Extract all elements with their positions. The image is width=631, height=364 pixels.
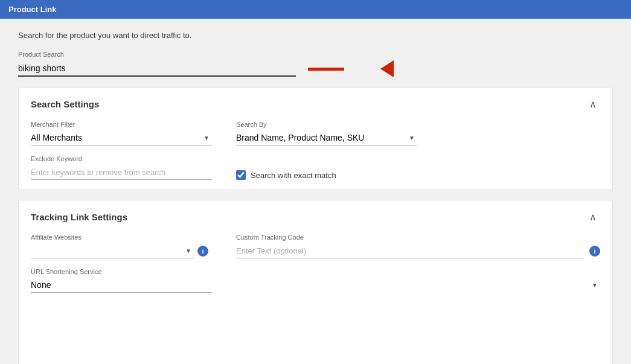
window: Product Link Search for the product you … xyxy=(0,0,631,364)
product-search-section: Product Search xyxy=(18,51,613,77)
product-search-input[interactable] xyxy=(18,61,296,77)
tracking-link-settings-card: Tracking Link Settings ∧ Affiliate Websi… xyxy=(18,200,613,364)
title-bar-label: Product Link xyxy=(8,5,56,14)
exact-match-row: Search with exact match xyxy=(236,170,417,180)
custom-tracking-input-row: i xyxy=(236,243,600,258)
affiliate-customcode-row: Affiliate Websites ▼ i xyxy=(31,234,600,258)
tracking-settings-body: Affiliate Websites ▼ i xyxy=(31,234,600,364)
search-by-group: Search By Brand Name, Product Name, SKU … xyxy=(236,121,417,145)
product-search-label: Product Search xyxy=(18,51,613,58)
arrow-shaft xyxy=(308,68,344,71)
search-settings-title: Search Settings xyxy=(31,99,99,109)
content-area: Search for the product you want to direc… xyxy=(0,19,631,364)
custom-tracking-label: Custom Tracking Code xyxy=(236,234,600,241)
exclude-keyword-group: Exclude Keyword xyxy=(31,155,212,180)
exclude-keyword-label: Exclude Keyword xyxy=(31,155,212,162)
exact-match-label[interactable]: Search with exact match xyxy=(251,171,336,180)
custom-tracking-input[interactable] xyxy=(236,243,585,258)
exact-match-checkbox[interactable] xyxy=(236,170,246,180)
exclude-exactmatch-row: Exclude Keyword Search with exact match xyxy=(31,155,600,180)
exclude-keyword-input[interactable] xyxy=(31,165,212,180)
intro-text: Search for the product you want to direc… xyxy=(18,31,613,40)
affiliate-websites-label: Affiliate Websites xyxy=(31,234,212,241)
search-settings-header: Search Settings ∧ xyxy=(31,97,600,111)
tracking-settings-collapse-button[interactable]: ∧ xyxy=(586,210,600,224)
custom-tracking-info-icon[interactable]: i xyxy=(589,246,600,257)
title-bar: Product Link xyxy=(0,0,631,19)
search-settings-card: Search Settings ∧ Merchant Filter All Me… xyxy=(18,87,613,190)
url-shortening-wrapper: None ▼ xyxy=(31,278,600,293)
merchant-filter-label: Merchant Filter xyxy=(31,121,212,128)
search-by-select[interactable]: Brand Name, Product Name, SKU xyxy=(236,130,417,145)
merchant-filter-select[interactable]: All Merchants xyxy=(31,130,212,145)
arrow-head xyxy=(380,60,394,77)
search-by-label: Search By xyxy=(236,121,417,128)
affiliate-select-wrapper: ▼ xyxy=(31,243,194,258)
url-shortening-arrow-icon: ▼ xyxy=(592,282,598,289)
affiliate-input-row: ▼ i xyxy=(31,243,212,258)
merchant-filter-wrapper: All Merchants ▼ xyxy=(31,130,212,145)
search-settings-collapse-button[interactable]: ∧ xyxy=(586,97,600,111)
url-shortening-group: URL Shortening Service None ▼ xyxy=(31,268,600,364)
product-search-row xyxy=(18,60,613,77)
search-settings-body: Merchant Filter All Merchants ▼ Search B… xyxy=(31,121,600,180)
merchant-searchby-row: Merchant Filter All Merchants ▼ Search B… xyxy=(31,121,600,145)
search-by-wrapper: Brand Name, Product Name, SKU ▼ xyxy=(236,130,417,145)
url-shortening-label: URL Shortening Service xyxy=(31,268,600,275)
arrow-indicator xyxy=(308,60,394,77)
custom-tracking-group: Custom Tracking Code i xyxy=(236,234,600,258)
tracking-settings-header: Tracking Link Settings ∧ xyxy=(31,210,600,224)
tracking-settings-title: Tracking Link Settings xyxy=(31,212,127,222)
exact-match-group: Search with exact match xyxy=(236,170,417,180)
url-shortening-select[interactable]: None xyxy=(31,278,212,293)
affiliate-websites-select[interactable] xyxy=(31,243,194,258)
affiliate-websites-group: Affiliate Websites ▼ i xyxy=(31,234,212,258)
merchant-filter-group: Merchant Filter All Merchants ▼ xyxy=(31,121,212,145)
affiliate-info-icon[interactable]: i xyxy=(197,246,208,257)
